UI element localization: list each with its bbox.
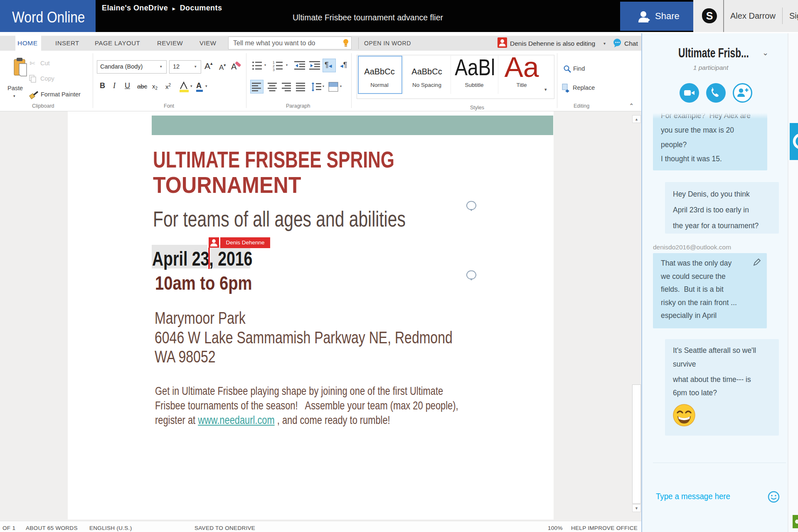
svg-text:3: 3 [273,68,275,71]
